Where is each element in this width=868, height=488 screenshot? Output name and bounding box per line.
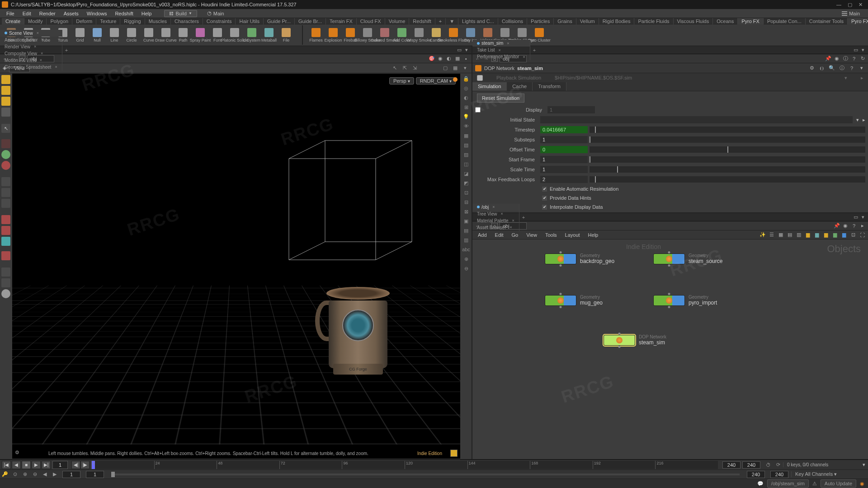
scope5-icon[interactable]: ▶ <box>51 471 59 478</box>
disp-n-icon[interactable]: ⊕ <box>462 255 470 263</box>
shelf-tab[interactable]: Constraints <box>203 18 236 24</box>
help-icon[interactable]: ? <box>850 222 858 230</box>
close-icon[interactable]: × <box>498 48 500 52</box>
display-toggle-icon[interactable] <box>450 450 458 457</box>
network-node[interactable]: Geometrypyro_import <box>653 295 717 306</box>
help-icon[interactable]: ? <box>850 55 858 62</box>
feedback-field[interactable]: 2 <box>540 176 588 183</box>
follow-icon[interactable]: ◉ <box>842 222 849 230</box>
shelf-tab[interactable]: Guide Pr... <box>264 18 295 24</box>
snap-icon[interactable]: ▢ <box>442 65 449 72</box>
shelf-tool[interactable]: Smokeless Flame <box>446 28 461 42</box>
warn-icon[interactable]: ⚠ <box>812 481 817 487</box>
pane-tab[interactable]: Render View× <box>0 43 62 50</box>
global-end-field[interactable] <box>86 471 104 478</box>
substeps-slider[interactable] <box>590 136 865 143</box>
status-path[interactable]: /obj/steam_sim <box>767 479 809 488</box>
grid-icon[interactable]: ▦ <box>777 231 784 239</box>
vis-icon[interactable]: 👁 <box>462 122 470 130</box>
close-icon[interactable]: × <box>55 65 57 69</box>
construct-icon[interactable] <box>1 267 10 277</box>
pane-menu-icon[interactable]: ▾ <box>860 47 866 53</box>
disp-e-icon[interactable]: ◪ <box>462 170 470 177</box>
network-node[interactable]: Geometrymug_geo <box>545 295 603 306</box>
keys-dropdown-icon[interactable]: ▾ <box>860 462 868 468</box>
shelf-tab[interactable]: Create <box>2 18 24 24</box>
disp-a-icon[interactable]: ▦ <box>462 132 470 139</box>
persp-menu[interactable]: Persp ▾ <box>389 77 414 84</box>
pane-tab[interactable]: Asset Browser× <box>472 224 519 231</box>
menu-render[interactable]: Render <box>36 10 59 17</box>
pane-tab[interactable]: Tree View× <box>472 211 519 217</box>
chat-icon[interactable]: 💬 <box>757 481 764 487</box>
update-icon[interactable]: ◉ <box>860 481 864 487</box>
wire-icon[interactable]: ⊞ <box>462 103 470 111</box>
tab-add-net[interactable]: + <box>519 214 528 221</box>
shelf-tab[interactable]: Polygon <box>47 18 72 24</box>
close-icon[interactable]: × <box>41 38 43 42</box>
shelf-tab[interactable]: Hair Utils <box>236 18 264 24</box>
scaletime-field[interactable]: 1 <box>540 166 588 173</box>
pane-tab[interactable]: Composite View× <box>0 50 62 57</box>
pane-tab[interactable]: Motion FX View× <box>0 57 62 64</box>
autokey-icon[interactable]: 🔑 <box>1 471 9 478</box>
range-start-field[interactable] <box>722 461 741 469</box>
prev-frame-button[interactable]: ◀ <box>12 461 21 469</box>
dyn-tool-icon[interactable] <box>1 161 10 170</box>
minimize-button[interactable]: — <box>836 2 841 8</box>
pointer-tool-icon[interactable]: ↖ <box>1 124 10 133</box>
auto-update-button[interactable]: Auto Update <box>821 479 856 488</box>
select-tool-icon[interactable] <box>1 75 10 84</box>
shelf-tab[interactable]: Redshift <box>409 18 435 24</box>
shelf-tab[interactable]: Pyro FX <box>848 18 868 24</box>
pane-tab[interactable]: steam_sim× <box>472 40 530 47</box>
next-key-button[interactable]: |▶ <box>80 461 90 469</box>
menu-help[interactable]: Help <box>138 10 156 17</box>
disp-j-icon[interactable]: ▣ <box>462 217 470 225</box>
ipr-icon[interactable]: ◐ <box>445 55 453 62</box>
disp-k-icon[interactable]: ▤ <box>462 227 470 234</box>
disp-l-icon[interactable]: ▥ <box>462 236 470 244</box>
pane-max-icon[interactable]: ▭ <box>853 214 859 221</box>
paint-tool-icon[interactable] <box>1 188 10 197</box>
initial-state-field[interactable] <box>540 116 853 123</box>
shelf-tool[interactable]: Null <box>90 28 105 42</box>
pane-max-icon[interactable]: ▭ <box>853 47 859 53</box>
shelf-tab[interactable]: Rigging <box>120 18 145 24</box>
close-icon[interactable]: × <box>34 44 36 49</box>
list-icon[interactable]: ☰ <box>768 231 775 239</box>
disp-o-icon[interactable]: ⊖ <box>462 265 470 272</box>
pin-icon[interactable]: 📌 <box>833 222 840 230</box>
shelf-tool[interactable]: Pyro Cluster <box>532 28 547 42</box>
shelf-tab[interactable]: Pyro FX <box>738 18 764 24</box>
node-name[interactable]: steam_sim <box>517 66 543 71</box>
shelf-tool[interactable]: Line <box>107 28 122 42</box>
snap-multi-icon[interactable] <box>1 237 10 246</box>
shelf-tab[interactable]: Viscous Fluids <box>674 18 713 24</box>
lock-icon[interactable]: 🔒 <box>462 75 470 82</box>
align-icon[interactable]: ▤ <box>786 231 793 239</box>
shelf-tool[interactable]: Flames <box>308 28 324 42</box>
tab-cache[interactable]: Cache <box>507 82 533 91</box>
timeline-ruler[interactable]: 124487296120144168192216240 <box>91 461 718 469</box>
brush-tool-icon[interactable] <box>1 177 10 186</box>
refresh-icon[interactable]: ↻ <box>859 55 866 62</box>
last-frame-button[interactable]: ▶| <box>42 461 51 469</box>
range-end-field[interactable] <box>742 461 760 469</box>
disp-h-icon[interactable]: ⊟ <box>462 198 470 206</box>
shelf-tab[interactable]: Container Tools <box>806 18 848 24</box>
chevron-down-icon[interactable]: ▾ <box>854 117 861 123</box>
shelf-tool[interactable]: Explosion <box>326 28 341 42</box>
layout-icon[interactable]: ▸ <box>859 222 866 230</box>
disp-g-icon[interactable]: ⊡ <box>462 189 470 196</box>
close-icon[interactable]: × <box>41 51 43 56</box>
shelf-tab[interactable]: Volume <box>385 18 410 24</box>
help2-icon[interactable]: ? <box>848 65 855 72</box>
net-layout[interactable]: Layout <box>561 231 584 239</box>
net-view[interactable]: View <box>523 231 541 239</box>
prev-key-button[interactable]: ◀| <box>71 461 80 469</box>
info-icon[interactable]: ⓘ <box>842 55 849 62</box>
stop-button[interactable]: ■ <box>22 461 31 469</box>
snap-point-icon[interactable] <box>1 215 10 224</box>
construct2-icon[interactable] <box>1 278 10 287</box>
